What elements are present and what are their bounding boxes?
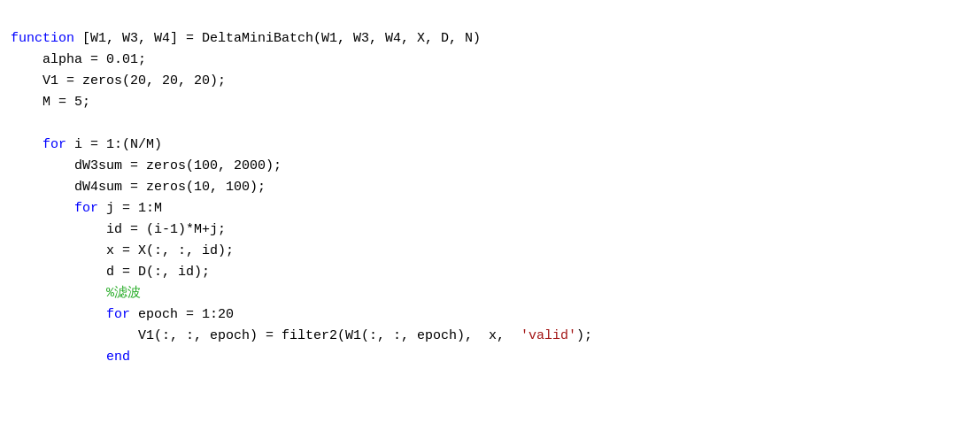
code-token-normal: dW4sum = zeros(10, 100);	[11, 180, 266, 195]
code-token-str: 'valid'	[521, 328, 576, 343]
code-line: for j = 1:M	[11, 198, 969, 219]
code-line: V1(:, :, epoch) = filter2(W1(:, :, epoch…	[11, 326, 969, 347]
code-line: for i = 1:(N/M)	[11, 135, 969, 156]
code-token-normal: );	[576, 328, 592, 343]
code-line: M = 5;	[11, 92, 969, 113]
code-token-normal: V1(:, :, epoch) = filter2(W1(:, :, epoch…	[11, 328, 521, 343]
code-token-normal: x = X(:, :, id);	[11, 243, 234, 258]
code-line	[11, 113, 969, 135]
code-token-normal: M = 5;	[11, 95, 90, 110]
code-line: for epoch = 1:20	[11, 304, 969, 326]
code-token-normal: i = 1:(N/M)	[66, 137, 162, 152]
code-line: function [W1, W3, W4] = DeltaMiniBatch(W…	[11, 28, 969, 50]
code-line: end	[11, 347, 969, 368]
code-line: dW4sum = zeros(10, 100);	[11, 177, 969, 198]
code-token-normal: dW3sum = zeros(100, 2000);	[11, 158, 282, 173]
code-token-comment: %滤波	[11, 286, 141, 301]
code-line: dW3sum = zeros(100, 2000);	[11, 156, 969, 177]
code-token-normal: id = (i-1)*M+j;	[11, 222, 226, 237]
code-line: x = X(:, :, id);	[11, 241, 969, 262]
code-token-normal: [W1, W3, W4] = DeltaMiniBatch(W1, W3, W4…	[74, 31, 481, 46]
code-token-kw: for	[11, 137, 66, 152]
code-token-normal: V1 = zeros(20, 20, 20);	[11, 73, 226, 88]
code-token-kw: end	[11, 350, 130, 365]
code-line: id = (i-1)*M+j;	[11, 219, 969, 241]
code-line: alpha = 0.01;	[11, 50, 969, 71]
code-token-normal: d = D(:, id);	[11, 265, 210, 280]
code-line: d = D(:, id);	[11, 262, 969, 283]
code-token-normal: epoch = 1:20	[130, 307, 234, 322]
code-token-normal: alpha = 0.01;	[11, 52, 146, 67]
code-token-kw: for	[11, 201, 98, 216]
code-token-kw: for	[11, 307, 130, 322]
code-editor: function [W1, W3, W4] = DeltaMiniBatch(W…	[11, 7, 969, 368]
code-line: V1 = zeros(20, 20, 20);	[11, 71, 969, 92]
code-token-normal: j = 1:M	[98, 201, 162, 216]
code-line: %滤波	[11, 283, 969, 304]
code-token-kw: function	[11, 31, 74, 46]
